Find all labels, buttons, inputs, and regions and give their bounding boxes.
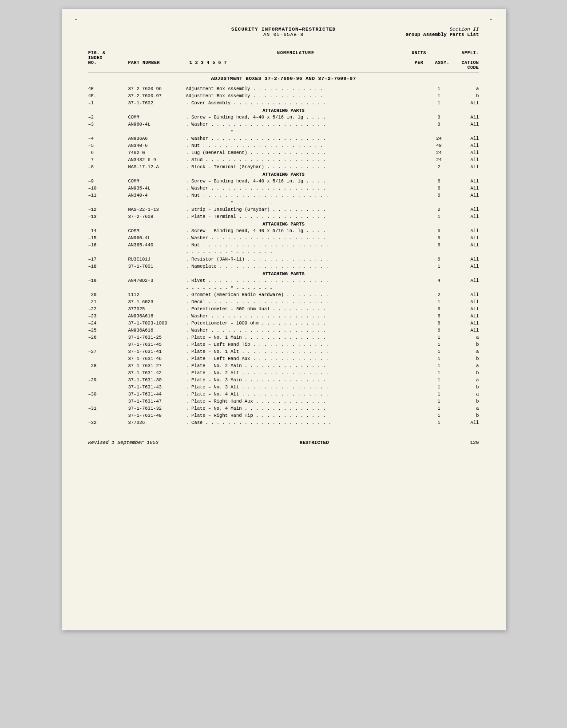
table-row: 37-1-7631-48. Plate – Right Hand Tip . .…: [88, 412, 479, 419]
row-part-number: AN936A616: [128, 327, 186, 334]
row-units: 2: [426, 164, 452, 171]
table-row: –5AN340-6. Nut . . . . . . . . . . . . .…: [88, 142, 479, 150]
main-content: FIG. &INDEX NOMENCLATURE UNITS APPLI- NO…: [88, 51, 479, 427]
separator-row: - - - - - - - - * - - - - - - -: [88, 200, 479, 206]
row-appli-code: a: [452, 334, 479, 341]
table-row: 37-1-7631-42. Plate – No. 2 Alt . . . . …: [88, 370, 479, 377]
row-part-number: NAS-17-12-A: [128, 164, 186, 171]
row-part-number: AN936A616: [128, 313, 186, 320]
row-part-number: RU3C101J: [128, 256, 186, 263]
section-title: Group Assembly Parts List: [405, 32, 479, 37]
row-appli-code: All: [452, 185, 479, 192]
row-part-number: 1112: [128, 292, 186, 299]
row-nomenclature: Adjustment Box Assembly . . . . . . . . …: [186, 86, 426, 93]
row-appli-code: All: [452, 256, 479, 263]
row-fig: –22: [88, 306, 128, 313]
col-header-code: CATIONCODE: [452, 60, 479, 70]
row-nomenclature: . Decal . . . . . . . . . . . . . . . . …: [186, 299, 426, 306]
row-units: 24: [426, 135, 452, 142]
row-part-number: 37-1-7003-1000: [128, 320, 186, 327]
table-row: –2737-1-7631-41. Plate – No. 1 Alt . . .…: [88, 348, 479, 356]
table-row: –32377026. Case . . . . . . . . . . . . …: [88, 419, 479, 427]
row-part-number: AN470D2-3: [128, 277, 186, 285]
row-appli-code: b: [452, 356, 479, 363]
row-nomenclature: . Screw – Binding head, 4-40 x 5/16 in. …: [186, 228, 426, 235]
corner-mark-tl: •: [75, 18, 77, 22]
row-units: 8: [426, 121, 452, 128]
row-part-number: 37-1-7631-32: [128, 405, 186, 412]
row-part-number: 37-1-7631-48: [128, 412, 186, 419]
row-fig: –21: [88, 299, 128, 306]
row-fig: –14: [88, 228, 128, 235]
row-fig: –23: [88, 313, 128, 320]
row-fig: –32: [88, 419, 128, 427]
row-nomenclature: . Plate – No. 4 Main . . . . . . . . . .…: [186, 405, 426, 412]
column-headers-row1: FIG. &INDEX NOMENCLATURE UNITS APPLI-: [88, 51, 479, 60]
document-footer: Revised 1 September 1953 RESTRICTED 12G: [88, 440, 479, 445]
row-nomenclature: . Washer . . . . . . . . . . . . . . . .…: [186, 135, 426, 142]
row-part-number: 37-1-6023: [128, 299, 186, 306]
row-fig: –27: [88, 348, 128, 356]
table-row: –11AN340-4. Nut . . . . . . . . . . . . …: [88, 192, 479, 199]
col-header-appli-top: APPLI-: [452, 51, 479, 60]
row-nomenclature: . Plate – No. 2 Main . . . . . . . . . .…: [186, 363, 426, 370]
row-part-number: 377026: [128, 419, 186, 427]
row-fig: –4: [88, 135, 128, 142]
row-nomenclature: Adjustment Box Assembly . . . . . . . . …: [186, 93, 426, 100]
table-row: –1837-1-7001. Nameplate . . . . . . . . …: [88, 263, 479, 270]
row-part-number: AN960-4L: [128, 121, 186, 128]
row-nomenclature: . Washer . . . . . . . . . . . . . . . .…: [186, 327, 426, 334]
row-nomenclature: . Case . . . . . . . . . . . . . . . . .…: [186, 419, 426, 427]
row-appli-code: a: [452, 377, 479, 384]
table-row: –3137-1-7631-32. Plate – No. 4 Main . . …: [88, 405, 479, 412]
row-units: 6: [426, 306, 452, 313]
row-units: 1: [426, 412, 452, 419]
row-units: 1: [426, 348, 452, 356]
row-units: 2: [426, 206, 452, 214]
row-units: 1: [426, 93, 452, 100]
row-fig: –9: [88, 178, 128, 185]
row-part-number: COMM: [128, 228, 186, 235]
row-part-number: 37-1-7001: [128, 263, 186, 270]
col-header-per: PER: [406, 60, 432, 70]
row-appli-code: a: [452, 405, 479, 412]
row-nomenclature: . Potentiometer – 1000 ohm . . . . . . .…: [186, 320, 426, 327]
row-nomenclature: . Plate – No. 3 Main . . . . . . . . . .…: [186, 377, 426, 384]
row-appli-code: All: [452, 306, 479, 313]
row-nomenclature: . Nut . . . . . . . . . . . . . . . . . …: [186, 192, 426, 199]
table-row: –2437-1-7003-1000. Potentiometer – 1000 …: [88, 320, 479, 327]
table-row: –15AN960-4L. Washer . . . . . . . . . . …: [88, 235, 479, 242]
row-units: 1: [426, 86, 452, 93]
row-appli-code: All: [452, 292, 479, 299]
row-fig: –16: [88, 242, 128, 249]
row-appli-code: a: [452, 363, 479, 370]
row-appli-code: b: [452, 398, 479, 405]
row-part-number: 7462-G: [128, 150, 186, 157]
row-units: 1: [426, 405, 452, 412]
table-row: 37-1-7631-46. Plate – Left Hand Aux . . …: [88, 356, 479, 363]
col-header-part: PART NUMBER: [128, 60, 186, 70]
separator-row: - - - - - - - - * - - - - - - -: [88, 250, 479, 255]
row-units: 1: [426, 419, 452, 427]
row-nomenclature: . Plate – Left Hand Aux . . . . . . . . …: [186, 356, 426, 363]
table-row: –2COMM. Screw – Binding head, 4-40 x 5/1…: [88, 114, 479, 121]
table-row: –10AN935-4L. Washer . . . . . . . . . . …: [88, 185, 479, 192]
row-appli-code: All: [452, 228, 479, 235]
row-fig: 4E–: [88, 86, 128, 93]
table-row: 37-1-7631-43. Plate – No. 3 Alt . . . . …: [88, 384, 479, 391]
row-units: 2: [426, 292, 452, 299]
row-nomenclature: . Resistor (JAN-R-11) . . . . . . . . . …: [186, 256, 426, 263]
parts-table: 4E–37-2-7600-96Adjustment Box Assembly .…: [88, 86, 479, 427]
row-part-number: AN340-4: [128, 192, 186, 199]
col-header-fig: FIG. &INDEX: [88, 51, 128, 60]
separator-row: - - - - - - - - * - - - - - - -: [88, 285, 479, 291]
attaching-parts-label: ATTACHING PARTS: [88, 222, 479, 227]
row-appli-code: All: [452, 327, 479, 334]
row-units: 6: [426, 320, 452, 327]
row-nomenclature: . Washer . . . . . . . . . . . . . . . .…: [186, 235, 426, 242]
row-part-number: 37-1-7631-25: [128, 334, 186, 341]
row-units: 1: [426, 341, 452, 348]
row-nomenclature: . Washer . . . . . . . . . . . . . . . .…: [186, 121, 426, 128]
row-appli-code: All: [452, 114, 479, 121]
row-nomenclature: . Block – Terminal (Graybar) . . . . . .…: [186, 164, 426, 171]
